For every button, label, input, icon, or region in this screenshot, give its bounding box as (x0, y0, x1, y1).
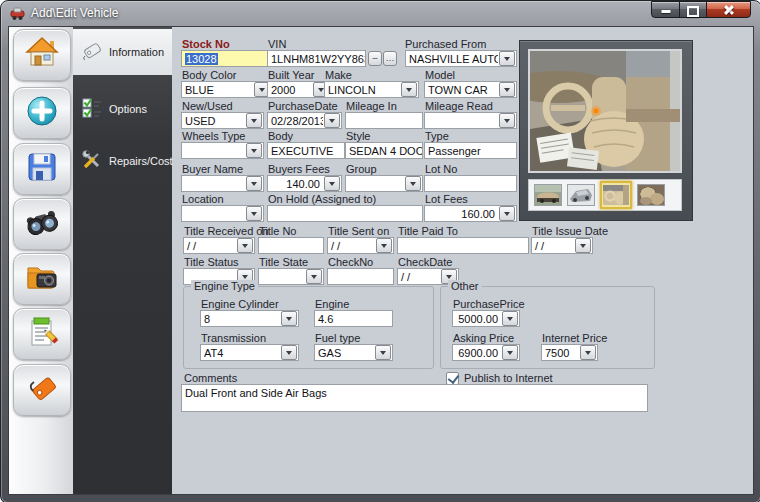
check-no-field[interactable] (327, 268, 394, 285)
chevron-down-icon[interactable] (580, 345, 596, 360)
lot-fees-label: Lot Fees (425, 193, 468, 205)
mileage-in-field[interactable] (345, 112, 423, 129)
stock-no-field[interactable]: 13028 (181, 50, 268, 67)
new-used-select[interactable]: USED (181, 112, 264, 129)
chevron-down-icon[interactable] (237, 238, 253, 253)
chevron-down-icon[interactable] (499, 206, 515, 221)
chevron-down-icon[interactable] (246, 176, 262, 191)
save-button[interactable] (13, 143, 71, 195)
check-date-label: CheckDate (398, 256, 452, 268)
search-button[interactable] (13, 198, 71, 250)
title-state-select[interactable] (258, 268, 324, 285)
type-value: Passenger (428, 145, 481, 157)
chevron-down-icon[interactable] (499, 113, 515, 128)
mileage-read-select[interactable] (424, 112, 517, 129)
style-value: SEDAN 4 DOOR (349, 145, 423, 157)
built-year-label: Built Year (268, 69, 314, 81)
title-no-field[interactable] (258, 237, 324, 254)
make-select[interactable]: LINCOLN (324, 81, 419, 98)
chevron-down-icon[interactable] (306, 269, 322, 284)
chevron-down-icon[interactable] (502, 311, 518, 326)
type-field[interactable]: Passenger (424, 142, 517, 159)
engine-cylinder-select[interactable]: 8 (200, 310, 299, 327)
purchased-from-value: NASHVILLE AUTO AUCTION (406, 53, 498, 65)
chevron-down-icon[interactable] (324, 176, 340, 191)
chevron-down-icon[interactable] (499, 82, 515, 97)
minus-icon: – (372, 53, 377, 63)
internet-price-field[interactable]: 7500 (541, 344, 598, 361)
notes-button[interactable] (13, 308, 71, 360)
purchase-date-select[interactable]: 02/28/2013 (267, 112, 342, 129)
wheels-type-select[interactable] (181, 142, 264, 159)
tab-information[interactable]: Information (73, 29, 172, 75)
photos-button[interactable] (13, 253, 71, 305)
chevron-down-icon[interactable] (575, 238, 591, 253)
chevron-down-icon[interactable] (246, 206, 262, 221)
fuel-type-select[interactable]: GAS (314, 344, 393, 361)
engine-field[interactable]: 4.6 (314, 310, 393, 327)
group-select[interactable] (345, 175, 423, 192)
chevron-down-icon[interactable] (281, 345, 297, 360)
chevron-down-icon[interactable] (375, 345, 391, 360)
asking-price-label: Asking Price (453, 332, 514, 344)
chevron-down-icon[interactable] (246, 143, 262, 158)
title-sent-on-label: Title Sent on (328, 225, 389, 237)
model-select[interactable]: TOWN CAR (424, 81, 517, 98)
built-year-select[interactable]: 2000 (267, 81, 331, 98)
title-issue-date-select[interactable]: / / (531, 237, 593, 254)
purchased-from-select[interactable]: NASHVILLE AUTO AUCTION (405, 50, 517, 67)
thumbnail-2[interactable] (567, 184, 595, 206)
asking-price-field[interactable]: 6900.00 (452, 344, 520, 361)
comments-textarea[interactable]: Dual Front and Side Air Bags (181, 384, 648, 412)
thumbnail-4[interactable] (637, 184, 665, 206)
thumbnail-1[interactable] (534, 184, 562, 206)
chevron-down-icon[interactable] (281, 311, 297, 326)
engine-type-group-title: Engine Type (191, 280, 258, 292)
tab-repairs-cost[interactable]: Repairs/Cost (73, 139, 172, 183)
style-field[interactable]: SEDAN 4 DOOR (345, 142, 423, 159)
body-field[interactable]: EXECUTIVE (267, 142, 345, 159)
purchase-price-field[interactable]: 5000.00 (452, 310, 520, 327)
maximize-button[interactable] (679, 1, 707, 18)
tab-options[interactable]: Options (73, 87, 172, 131)
title-sent-on-select[interactable]: / / (327, 237, 394, 254)
vin-browse-button[interactable]: … (383, 51, 397, 66)
vin-minus-button[interactable]: – (368, 51, 382, 66)
buyer-name-select[interactable] (181, 175, 264, 192)
home-button[interactable] (13, 29, 71, 81)
on-hold-field[interactable] (267, 205, 423, 222)
other-group-title: Other (448, 280, 482, 292)
body-color-select[interactable]: BLUE (181, 81, 272, 98)
lot-fees-field[interactable]: 160.00 (424, 205, 517, 222)
title-received-on-select[interactable]: / / (183, 237, 255, 254)
transmission-label: Transmission (201, 332, 266, 344)
buyers-fees-field[interactable]: 140.00 (267, 175, 342, 192)
vehicle-photo (528, 49, 682, 173)
thumbnail-3-selected[interactable] (600, 181, 632, 209)
location-select[interactable] (181, 205, 264, 222)
chevron-down-icon[interactable] (502, 345, 518, 360)
chevron-down-icon[interactable] (405, 176, 421, 191)
fuel-type-label: Fuel type (315, 332, 360, 344)
title-received-on-label: Title Received on (184, 225, 269, 237)
transmission-select[interactable]: AT4 (200, 344, 299, 361)
chevron-down-icon[interactable] (401, 82, 417, 97)
minimize-button[interactable] (651, 1, 680, 18)
comments-value: Dual Front and Side Air Bags (185, 387, 327, 399)
lot-no-field[interactable] (424, 175, 517, 192)
chevron-down-icon[interactable] (376, 238, 392, 253)
chevron-down-icon[interactable] (246, 113, 262, 128)
make-value: LINCOLN (325, 84, 400, 96)
stock-no-label: Stock No (182, 38, 230, 50)
price-tag-button[interactable] (13, 364, 71, 416)
chevron-down-icon[interactable] (324, 113, 340, 128)
add-vehicle-button[interactable] (13, 87, 71, 139)
mileage-in-label: Mileage In (346, 100, 397, 112)
close-button[interactable] (706, 1, 751, 18)
chevron-down-icon[interactable] (499, 51, 515, 66)
vin-value: 1LNHM81W2YY863528 (271, 53, 366, 65)
vin-field[interactable]: 1LNHM81W2YY863528 (267, 50, 366, 67)
app-icon[interactable] (10, 6, 25, 21)
title-paid-to-field[interactable] (397, 237, 529, 254)
check-icon (448, 372, 460, 384)
